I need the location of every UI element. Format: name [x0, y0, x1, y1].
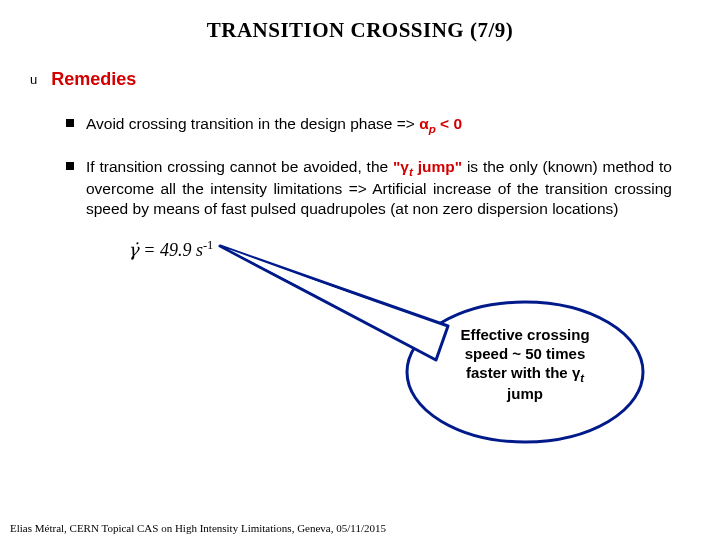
formula-gdot: γ̇	[128, 240, 139, 260]
formula-exp: -1	[203, 238, 214, 252]
section-row: u Remedies	[30, 69, 692, 90]
callout: Effective crossing speed ~ 50 times fast…	[280, 270, 650, 470]
slide-title: TRANSITION CROSSING (7/9)	[28, 18, 692, 43]
callout-l3-gamma: γ	[572, 364, 580, 381]
b1-alpha: α	[419, 115, 429, 132]
callout-l3-pre: faster with the	[466, 364, 572, 381]
bullet-1: Avoid crossing transition in the design …	[66, 114, 672, 137]
bullet-2-text: If transition crossing cannot be avoided…	[86, 157, 672, 218]
bullet-2: If transition crossing cannot be avoided…	[66, 157, 672, 218]
footer: Elias Métral, CERN Topical CAS on High I…	[10, 522, 386, 534]
callout-text: Effective crossing speed ~ 50 times fast…	[430, 326, 620, 403]
callout-l4: jump	[430, 385, 620, 404]
section-heading: Remedies	[51, 69, 136, 90]
square-bullet-icon	[66, 162, 74, 170]
b2-jump: jump"	[413, 158, 462, 175]
formula-eq: = 49.9 s	[139, 240, 203, 260]
b1-pre: Avoid crossing transition in the design …	[86, 115, 419, 132]
square-bullet-icon	[66, 119, 74, 127]
b1-alpha-sub: p	[429, 122, 436, 135]
section-marker: u	[30, 72, 37, 87]
svg-marker-2	[228, 249, 445, 356]
b1-post: < 0	[436, 115, 462, 132]
bullet-1-text: Avoid crossing transition in the design …	[86, 114, 672, 137]
b2-p1: If transition crossing cannot be avoided…	[86, 158, 393, 175]
formula: γ̇ = 49.9 s-1	[128, 238, 692, 261]
callout-l2: speed ~ 50 times	[430, 345, 620, 364]
callout-l3-sub: t	[580, 372, 584, 384]
b2-gamma: γ	[400, 158, 409, 175]
callout-l1: Effective crossing	[430, 326, 620, 345]
